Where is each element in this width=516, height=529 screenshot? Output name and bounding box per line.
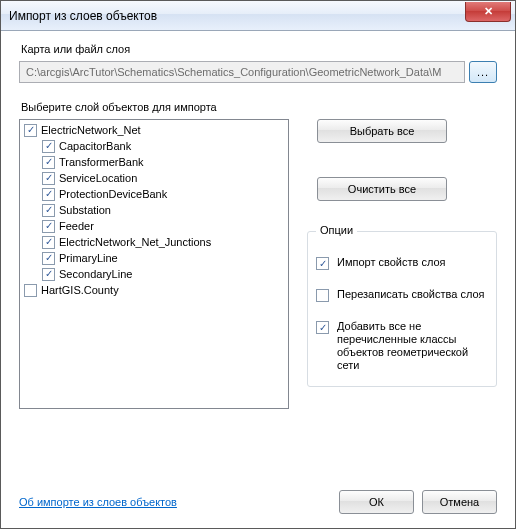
footer-row: Об импорте из слоев объектов ОК Отмена bbox=[19, 490, 497, 514]
select-all-label: Выбрать все bbox=[350, 125, 415, 137]
layer-tree-item[interactable]: SecondaryLine bbox=[24, 266, 284, 282]
ok-label: ОК bbox=[369, 496, 384, 508]
option-row[interactable]: Импорт свойств слоя bbox=[316, 256, 488, 270]
layer-tree-label: ElectricNetwork_Net_Junctions bbox=[59, 234, 211, 250]
ellipsis-icon: ... bbox=[477, 66, 489, 78]
checkbox-icon[interactable] bbox=[42, 220, 55, 233]
layer-tree-label: CapacitorBank bbox=[59, 138, 131, 154]
options-group-title: Опции bbox=[316, 224, 357, 236]
option-row[interactable]: Добавить все не перечисленные классы объ… bbox=[316, 320, 488, 372]
select-all-button[interactable]: Выбрать все bbox=[317, 119, 447, 143]
left-column: ElectricNetwork_NetCapacitorBankTransfor… bbox=[19, 119, 289, 480]
layer-tree-label: TransformerBank bbox=[59, 154, 144, 170]
close-button[interactable]: ✕ bbox=[465, 2, 511, 22]
layer-tree-item[interactable]: ElectricNetwork_Net bbox=[24, 122, 284, 138]
option-row[interactable]: Перезаписать свойства слоя bbox=[316, 288, 488, 302]
window-title: Импорт из слоев объектов bbox=[9, 9, 157, 23]
checkbox-icon[interactable] bbox=[316, 257, 329, 270]
layers-section-label: Выберите слой объектов для импорта bbox=[21, 101, 497, 113]
layer-tree-item[interactable]: ElectricNetwork_Net_Junctions bbox=[24, 234, 284, 250]
help-link[interactable]: Об импорте из слоев объектов bbox=[19, 496, 177, 508]
checkbox-icon[interactable] bbox=[24, 284, 37, 297]
dialog-window: Импорт из слоев объектов ✕ Карта или фай… bbox=[0, 0, 516, 529]
option-label: Добавить все не перечисленные классы объ… bbox=[337, 320, 488, 372]
cancel-label: Отмена bbox=[440, 496, 479, 508]
checkbox-icon[interactable] bbox=[42, 204, 55, 217]
client-area: Карта или файл слоя ... Выберите слой об… bbox=[1, 31, 515, 528]
layer-tree-item[interactable]: CapacitorBank bbox=[24, 138, 284, 154]
option-label: Импорт свойств слоя bbox=[337, 256, 446, 269]
layer-tree-item[interactable]: PrimaryLine bbox=[24, 250, 284, 266]
mid-columns: ElectricNetwork_NetCapacitorBankTransfor… bbox=[19, 119, 497, 480]
layer-tree-item[interactable]: TransformerBank bbox=[24, 154, 284, 170]
map-section-label: Карта или файл слоя bbox=[21, 43, 497, 55]
layer-tree-label: HartGIS.County bbox=[41, 282, 119, 298]
checkbox-icon[interactable] bbox=[42, 172, 55, 185]
checkbox-icon[interactable] bbox=[42, 140, 55, 153]
right-column: Выбрать все Очистить все Опции Импорт св… bbox=[307, 119, 497, 480]
layer-tree-label: SecondaryLine bbox=[59, 266, 132, 282]
layer-tree-item[interactable]: Substation bbox=[24, 202, 284, 218]
layer-tree[interactable]: ElectricNetwork_NetCapacitorBankTransfor… bbox=[19, 119, 289, 409]
ok-button[interactable]: ОК bbox=[339, 490, 414, 514]
clear-all-label: Очистить все bbox=[348, 183, 416, 195]
layer-tree-item[interactable]: ProtectionDeviceBank bbox=[24, 186, 284, 202]
checkbox-icon[interactable] bbox=[42, 188, 55, 201]
checkbox-icon[interactable] bbox=[24, 124, 37, 137]
layer-tree-item[interactable]: Feeder bbox=[24, 218, 284, 234]
checkbox-icon[interactable] bbox=[42, 268, 55, 281]
layer-tree-label: Feeder bbox=[59, 218, 94, 234]
map-path-input bbox=[19, 61, 465, 83]
layer-tree-item[interactable]: HartGIS.County bbox=[24, 282, 284, 298]
option-label: Перезаписать свойства слоя bbox=[337, 288, 485, 301]
clear-all-button[interactable]: Очистить все bbox=[317, 177, 447, 201]
layer-tree-label: Substation bbox=[59, 202, 111, 218]
checkbox-icon[interactable] bbox=[42, 156, 55, 169]
footer-buttons: ОК Отмена bbox=[339, 490, 497, 514]
options-group: Опции Импорт свойств слояПерезаписать св… bbox=[307, 231, 497, 387]
titlebar: Импорт из слоев объектов ✕ bbox=[1, 1, 515, 31]
layer-tree-label: ServiceLocation bbox=[59, 170, 137, 186]
map-path-row: ... bbox=[19, 61, 497, 83]
checkbox-icon[interactable] bbox=[42, 236, 55, 249]
cancel-button[interactable]: Отмена bbox=[422, 490, 497, 514]
close-icon: ✕ bbox=[484, 5, 493, 18]
layer-tree-label: ElectricNetwork_Net bbox=[41, 122, 141, 138]
layer-tree-item[interactable]: ServiceLocation bbox=[24, 170, 284, 186]
checkbox-icon[interactable] bbox=[316, 289, 329, 302]
layer-tree-label: PrimaryLine bbox=[59, 250, 118, 266]
checkbox-icon[interactable] bbox=[316, 321, 329, 334]
checkbox-icon[interactable] bbox=[42, 252, 55, 265]
browse-button[interactable]: ... bbox=[469, 61, 497, 83]
layer-tree-label: ProtectionDeviceBank bbox=[59, 186, 167, 202]
